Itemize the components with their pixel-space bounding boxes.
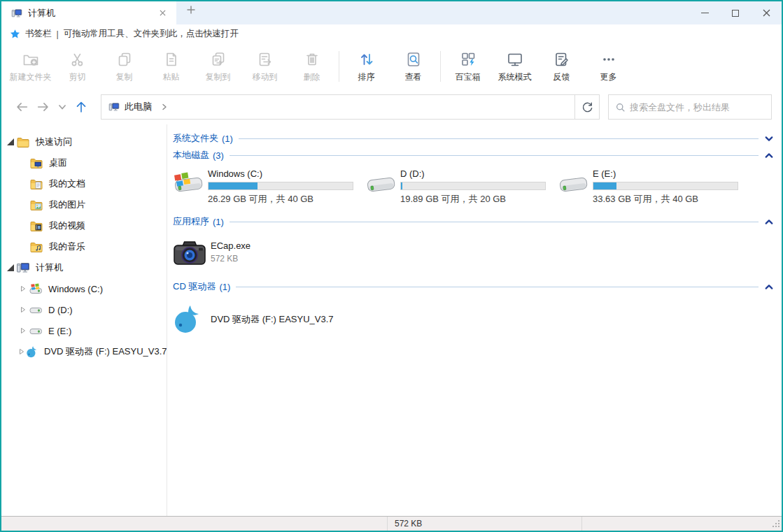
- section-rule: [236, 287, 759, 287]
- sort-arrows-icon: [358, 50, 376, 69]
- sidebar-item-my-videos[interactable]: 我的视频: [1, 215, 167, 236]
- drive-usage-fill: [401, 182, 402, 189]
- bookmark-bar-hint: 可拖动常用工具、文件夹到此，点击快速打开: [64, 28, 239, 40]
- resize-grip[interactable]: [772, 519, 780, 528]
- sidebar-item-my-documents[interactable]: 我的文档: [1, 173, 167, 194]
- copy-to-button[interactable]: 复制到: [195, 50, 241, 83]
- scissors-icon: [69, 50, 87, 69]
- copy-icon: [115, 50, 134, 69]
- forward-button[interactable]: [36, 99, 51, 115]
- section-header-local-disks[interactable]: 本地磁盘 (3): [173, 147, 776, 164]
- section-rule: [230, 222, 759, 222]
- computer-icon: [16, 261, 30, 275]
- expander-closed-icon[interactable]: [19, 348, 24, 355]
- breadcrumb-this-pc[interactable]: 此电脑: [125, 101, 152, 113]
- move-to-button[interactable]: 移动到: [241, 50, 288, 83]
- sidebar-item-computer[interactable]: 计算机: [1, 257, 167, 278]
- sidebar-item-dvd-drive[interactable]: DVD 驱动器 (F:) EASYU_V3.7: [1, 341, 167, 362]
- drive-item-dvd-f[interactable]: DVD 驱动器 (F:) EASYU_V3.7: [173, 302, 776, 337]
- drive-usage-fill: [209, 182, 258, 189]
- toolbar-divider: [440, 51, 441, 82]
- tab-bar: 计算机: [1, 1, 782, 24]
- drive-item-e[interactable]: E (E:) 33.63 GB 可用，共 40 GB: [558, 168, 750, 206]
- cut-button[interactable]: 剪切: [54, 50, 101, 83]
- status-cell-empty: [1, 517, 388, 531]
- chevron-up-icon[interactable]: [765, 219, 775, 225]
- expander-open-icon[interactable]: [6, 138, 15, 145]
- status-size-text: 572 KB: [395, 519, 422, 529]
- search-box[interactable]: [608, 94, 772, 120]
- bookmark-bar[interactable]: 书签栏 | 可拖动常用工具、文件夹到此，点击快速打开: [1, 24, 782, 43]
- toolbox-icon: [459, 50, 477, 69]
- address-group: 此电脑: [101, 94, 600, 120]
- sidebar-item-quick-access[interactable]: 快速访问: [1, 131, 167, 152]
- expander-closed-icon[interactable]: [19, 285, 27, 292]
- status-bar: 572 KB: [1, 516, 782, 531]
- system-mode-button[interactable]: 系统模式: [491, 50, 538, 83]
- refresh-button[interactable]: [574, 94, 600, 120]
- whale-dvd-icon: [26, 345, 38, 358]
- expander-open-icon[interactable]: [6, 264, 15, 271]
- chevron-up-icon[interactable]: [765, 284, 775, 290]
- pictures-folder-icon: [29, 198, 43, 212]
- drive-usage-bar: [400, 182, 546, 190]
- paste-button[interactable]: 粘贴: [148, 50, 195, 83]
- section-header-cd-drives[interactable]: CD 驱动器 (1): [173, 278, 776, 295]
- drive-name: DVD 驱动器 (F:) EASYU_V3.7: [211, 313, 334, 326]
- view-button[interactable]: 查看: [390, 50, 437, 83]
- breadcrumb-chevron-icon[interactable]: [162, 103, 167, 110]
- navigation-bar: 此电脑: [1, 89, 782, 124]
- section-rule: [239, 138, 759, 139]
- maximize-icon: [732, 10, 739, 17]
- plus-icon: [187, 6, 195, 14]
- new-folder-button[interactable]: 新建文件夹: [7, 50, 54, 83]
- whale-dvd-icon: [173, 302, 204, 337]
- status-size-cell: 572 KB: [388, 517, 582, 531]
- chevron-down-icon[interactable]: [765, 136, 775, 142]
- more-button[interactable]: 更多: [585, 50, 632, 83]
- feedback-button[interactable]: 反馈: [538, 50, 585, 83]
- copy-button[interactable]: 复制: [101, 50, 148, 83]
- sidebar-item-drive-d[interactable]: D (D:): [1, 299, 167, 320]
- sidebar-item-windows-c[interactable]: Windows (C:): [1, 278, 167, 299]
- delete-button[interactable]: 删除: [288, 50, 335, 83]
- file-item-ecap[interactable]: ECap.exe 572 KB: [173, 236, 776, 270]
- feedback-icon: [553, 50, 571, 69]
- drive-name: D (D:): [400, 168, 546, 179]
- drive-name: E (E:): [593, 168, 738, 179]
- toolbox-button[interactable]: 百宝箱: [444, 50, 491, 83]
- folder-icon: [16, 135, 30, 149]
- up-arrow-icon: [73, 99, 89, 115]
- chevron-down-icon: [57, 102, 67, 112]
- sidebar-item-my-pictures[interactable]: 我的图片: [1, 194, 167, 215]
- search-input[interactable]: [630, 102, 765, 113]
- sort-button[interactable]: 排序: [343, 50, 390, 83]
- maximize-button[interactable]: [720, 1, 751, 24]
- expander-closed-icon[interactable]: [19, 327, 27, 334]
- drive-name: Windows (C:): [208, 168, 353, 179]
- sidebar-item-my-music[interactable]: 我的音乐: [1, 236, 167, 257]
- more-dots-icon: [600, 50, 618, 69]
- address-bar[interactable]: 此电脑: [101, 94, 575, 120]
- file-manager-window: 计算机 书签栏 | 可拖动常用工具、文件夹到此，点击快速打开 新建文件夹: [0, 0, 783, 532]
- refresh-icon: [581, 101, 593, 113]
- sidebar-item-desktop[interactable]: 桌面: [1, 152, 167, 173]
- drive-icon: [29, 303, 43, 317]
- minimize-button[interactable]: [689, 1, 720, 24]
- drive-item-d[interactable]: D (D:) 19.89 GB 可用，共 20 GB: [365, 168, 558, 206]
- history-dropdown-button[interactable]: [57, 102, 67, 112]
- tab-computer[interactable]: 计算机: [1, 1, 176, 24]
- expander-closed-icon[interactable]: [19, 306, 27, 313]
- chevron-up-icon[interactable]: [765, 152, 775, 159]
- drive-item-windows-c[interactable]: Windows (C:) 26.29 GB 可用，共 40 GB: [173, 168, 365, 206]
- new-tab-button[interactable]: [176, 1, 206, 18]
- section-header-system-folders[interactable]: 系统文件夹 (1): [173, 130, 776, 147]
- up-button[interactable]: [73, 99, 89, 115]
- close-tab-icon[interactable]: [154, 5, 171, 22]
- trash-icon: [303, 50, 321, 69]
- paste-icon: [162, 50, 181, 69]
- back-button[interactable]: [14, 99, 29, 115]
- close-window-button[interactable]: [751, 1, 782, 24]
- section-header-applications[interactable]: 应用程序 (1): [173, 213, 776, 230]
- sidebar-item-drive-e[interactable]: E (E:): [1, 320, 167, 341]
